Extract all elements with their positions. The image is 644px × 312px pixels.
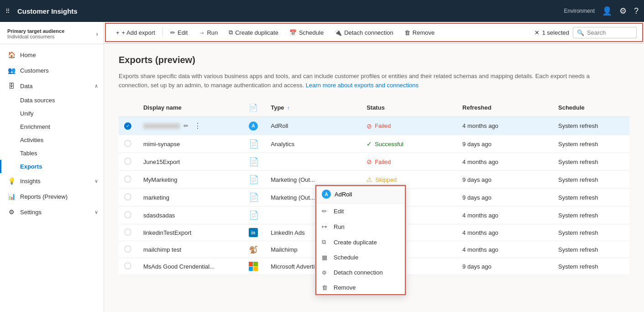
checkbox-unchecked[interactable] [124,262,131,270]
table-row: ✏ ⋮AAdRoll⊘Failed4 months agoSystem refr… [119,117,629,135]
row-refreshed: 9 days ago [457,258,553,275]
row-checkbox[interactable] [119,241,138,258]
row-name: sdasdsadas [138,206,243,224]
schedule-button[interactable]: 📅 Schedule [285,27,328,38]
person-icon[interactable]: 👤 [602,6,612,16]
remove-button[interactable]: 🗑 Remove [400,27,439,38]
col-header-status[interactable]: Status [361,99,457,117]
context-duplicate-label: Create duplicate [334,239,377,246]
detach-label: Detach connection [344,29,393,36]
add-export-label: + Add export [122,29,155,36]
table-row: mimi-synapse📄Analytics✓Successful9 days … [119,135,629,153]
learn-more-link[interactable]: Learn more about exports and connections [306,82,419,89]
chevron-right-icon[interactable]: › [96,30,98,37]
context-menu-detach-connection[interactable]: ⚙ Detach connection [315,265,406,280]
sidebar-item-data[interactable]: 🗄 Data ∧ [0,78,104,94]
sidebar-audience[interactable]: Primary target audience Individual consu… [0,22,104,44]
settings-icon[interactable]: ⚙ [619,6,627,16]
context-menu-edit[interactable]: ✏ Edit [315,204,406,219]
row-name: mailchimp test [138,241,243,258]
sidebar-item-label: Reports (Preview) [20,193,98,200]
sidebar-item-home[interactable]: 🏠 Home [0,47,104,63]
close-icon[interactable]: ✕ [534,29,539,36]
row-edit-button[interactable]: ✏ [182,122,190,130]
success-icon: ✓ [367,140,372,148]
sidebar-item-settings[interactable]: ⚙ Settings ∨ [0,204,104,220]
adroll-icon: A [322,190,331,199]
context-menu-title: AdRoll [335,191,352,198]
detach-connection-button[interactable]: 🔌 Detach connection [330,27,398,38]
help-icon[interactable]: ? [634,6,639,16]
col-header-name[interactable]: Display name [138,99,243,117]
checkbox-unchecked[interactable] [124,211,131,218]
context-menu-remove[interactable]: 🗑 Remove [315,280,406,295]
sidebar-item-unify[interactable]: Unify [0,107,104,120]
col-header-schedule[interactable]: Schedule [553,99,629,117]
col-header-refreshed[interactable]: Refreshed [457,99,553,117]
waffle-icon[interactable]: ⠿ [5,8,10,15]
checkbox-unchecked[interactable] [124,140,131,147]
row-checkbox[interactable] [119,224,138,241]
sidebar-item-reports[interactable]: 📊 Reports (Preview) [0,189,104,204]
row-schedule: System refresh [553,189,629,206]
detach-icon: ⚙ [322,270,329,276]
context-menu-schedule[interactable]: ▦ Schedule [315,250,406,265]
checkbox-unchecked[interactable] [124,193,131,201]
row-type-icon: A [243,117,265,135]
top-nav: ⠿ Customer Insights Environment 👤 ⚙ ? [0,0,644,22]
edit-button[interactable]: ✏ Edit [166,27,192,38]
detach-icon: 🔌 [335,29,342,36]
edit-icon: ✏ [322,208,329,215]
page-description: Exports share specific data with various… [119,72,621,90]
row-type-label: Analytics [265,135,361,153]
file-icon: 📄 [249,211,259,220]
create-duplicate-button[interactable]: ⧉ Create duplicate [224,26,283,38]
checkbox-checked[interactable] [124,122,131,130]
context-menu-run[interactable]: ↦ Run [315,219,406,234]
chevron-down-icon: ∨ [94,209,98,215]
table-row: June15Export📄⊘Failed4 months agoSystem r… [119,153,629,171]
row-type-icon: 🐒 [243,241,265,258]
sidebar-item-activities[interactable]: Activities [0,133,104,147]
row-checkbox[interactable] [119,171,138,189]
sidebar-item-insights[interactable]: 💡 Insights ∨ [0,173,104,189]
row-checkbox[interactable] [119,153,138,171]
content-area: + + Add export ✏ Edit → Run ⧉ Create dup… [104,22,644,312]
context-remove-label: Remove [334,284,356,291]
row-schedule: System refresh [553,135,629,153]
col-header-type[interactable]: Type ↑ [265,99,361,117]
row-more-button[interactable]: ⋮ [192,121,203,131]
sidebar-item-enrichment[interactable]: Enrichment [0,120,104,133]
add-export-button[interactable]: + + Add export [111,27,160,38]
file-icon: 📄 [249,139,259,148]
sidebar-sub-label: Activities [20,137,43,143]
schedule-label: Schedule [299,29,324,36]
context-schedule-label: Schedule [334,254,358,261]
run-button[interactable]: → Run [194,27,222,38]
row-type-icon: 📄 [243,171,265,189]
context-menu-create-duplicate[interactable]: ⧉ Create duplicate [315,234,406,250]
sidebar-item-data-sources[interactable]: Data sources [0,94,104,107]
adroll-icon: A [249,122,258,131]
search-input[interactable] [587,29,633,36]
row-checkbox[interactable] [119,189,138,206]
trash-icon: 🗑 [404,29,410,36]
sidebar-sub-label: Unify [20,110,34,117]
row-checkbox[interactable] [119,206,138,224]
row-schedule: System refresh [553,153,629,171]
checkbox-unchecked[interactable] [124,245,131,253]
checkbox-unchecked[interactable] [124,175,131,183]
row-name: linkedinTestExport [138,224,243,241]
row-checkbox[interactable] [119,117,138,135]
app-title: Customer Insights [17,7,564,15]
row-checkbox[interactable] [119,258,138,275]
row-name: June15Export [138,153,243,171]
search-box[interactable]: 🔍 [573,27,637,38]
search-icon: 🔍 [577,29,584,36]
checkbox-unchecked[interactable] [124,158,131,165]
sidebar-item-tables[interactable]: Tables [0,147,104,160]
checkbox-unchecked[interactable] [124,228,131,236]
sidebar-item-exports[interactable]: Exports [0,160,104,173]
sidebar-item-customers[interactable]: 👥 Customers [0,63,104,78]
row-checkbox[interactable] [119,135,138,153]
